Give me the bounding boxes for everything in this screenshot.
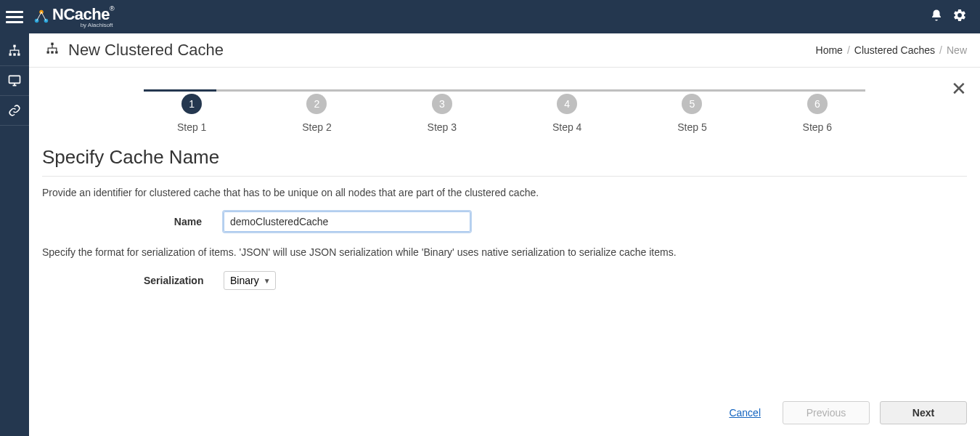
breadcrumb-current: New	[947, 44, 967, 56]
left-sidebar	[0, 33, 29, 436]
svg-rect-9	[9, 76, 20, 83]
cancel-button[interactable]: Cancel	[729, 407, 761, 419]
serialization-label: Serialization	[144, 275, 202, 286]
app-logo[interactable]: NCache® by Alachisoft	[33, 5, 115, 28]
svg-rect-5	[13, 45, 15, 47]
page-header: New Clustered Cache Home / Clustered Cac…	[29, 33, 980, 68]
step-3[interactable]: 3 Step 3	[380, 94, 505, 133]
sidebar-item-monitor[interactable]	[0, 66, 29, 95]
wizard-stepper: 1 Step 1 2 Step 2 3 Step 3 4 Step 4 5 St…	[42, 79, 967, 142]
bell-icon[interactable]	[925, 9, 948, 25]
name-label: Name	[144, 216, 202, 227]
top-bar: NCache® by Alachisoft	[0, 0, 980, 33]
svg-rect-8	[17, 53, 20, 55]
serialization-select[interactable]: Binary ▼	[224, 271, 276, 290]
svg-rect-10	[51, 43, 53, 45]
step-2[interactable]: 2 Step 2	[254, 94, 379, 133]
next-button[interactable]: Next	[880, 401, 967, 424]
content-area: ✕ 1 Step 1 2 Step 2 3 Step 3 4 Step 4	[29, 68, 980, 436]
svg-line-3	[37, 12, 41, 21]
svg-line-4	[41, 12, 46, 21]
logo-text: NCache	[52, 5, 110, 23]
settings-icon[interactable]	[948, 8, 971, 26]
cache-name-input[interactable]	[224, 211, 470, 232]
serialization-description: Specify the format for serialization of …	[42, 246, 967, 258]
svg-point-1	[35, 19, 39, 23]
section-title: Specify Cache Name	[42, 142, 967, 176]
breadcrumb-parent[interactable]: Clustered Caches	[854, 44, 935, 56]
sidebar-item-link[interactable]	[0, 96, 29, 125]
chevron-down-icon: ▼	[264, 277, 271, 285]
step-4[interactable]: 4 Step 4	[505, 94, 629, 133]
step-6[interactable]: 6 Step 6	[755, 94, 880, 133]
svg-rect-7	[13, 53, 15, 55]
svg-rect-12	[51, 51, 53, 53]
name-description: Provide an identifier for clustered cach…	[42, 187, 967, 198]
sidebar-item-cluster[interactable]	[0, 36, 29, 65]
previous-button: Previous	[783, 401, 870, 424]
serialization-value: Binary	[230, 275, 259, 286]
page-title: New Clustered Cache	[68, 41, 224, 60]
svg-rect-6	[9, 53, 12, 55]
section-divider	[42, 176, 967, 177]
wizard-footer: Cancel Previous Next	[42, 395, 967, 427]
hamburger-icon[interactable]	[6, 8, 23, 26]
step-1[interactable]: 1 Step 1	[129, 94, 254, 133]
svg-rect-11	[47, 51, 49, 53]
svg-rect-13	[55, 51, 57, 53]
breadcrumb-home[interactable]: Home	[816, 44, 843, 56]
breadcrumb: Home / Clustered Caches / New	[816, 44, 967, 56]
step-5[interactable]: 5 Step 5	[629, 94, 754, 133]
logo-icon	[33, 9, 49, 25]
cluster-icon	[45, 41, 60, 59]
